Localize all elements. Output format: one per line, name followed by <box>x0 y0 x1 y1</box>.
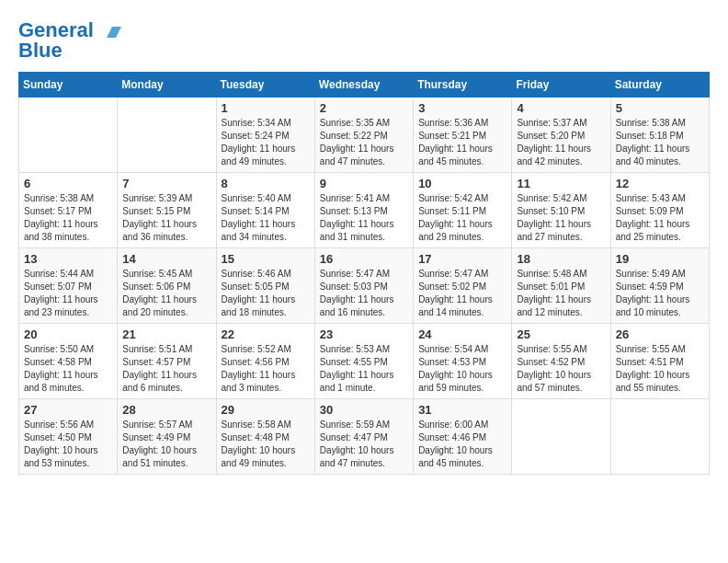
day-number: 27 <box>24 403 112 417</box>
day-info: Sunrise: 5:54 AM Sunset: 4:53 PM Dayligh… <box>418 343 506 395</box>
calendar-cell: 3Sunrise: 5:36 AM Sunset: 5:21 PM Daylig… <box>414 98 512 173</box>
calendar-cell: 7Sunrise: 5:39 AM Sunset: 5:15 PM Daylig… <box>118 173 216 248</box>
calendar-cell: 27Sunrise: 5:56 AM Sunset: 4:50 PM Dayli… <box>19 399 118 475</box>
day-info: Sunrise: 5:52 AM Sunset: 4:56 PM Dayligh… <box>222 343 310 395</box>
weekday-header: Tuesday <box>216 73 314 98</box>
day-number: 19 <box>616 252 704 266</box>
day-number: 28 <box>122 403 210 417</box>
calendar-cell <box>512 399 610 475</box>
day-number: 14 <box>122 252 210 266</box>
weekday-header: Wednesday <box>314 73 413 98</box>
day-number: 13 <box>24 252 112 266</box>
calendar-week-row: 6Sunrise: 5:38 AM Sunset: 5:17 PM Daylig… <box>19 173 710 248</box>
calendar-cell: 14Sunrise: 5:45 AM Sunset: 5:06 PM Dayli… <box>118 248 216 324</box>
day-info: Sunrise: 5:56 AM Sunset: 4:50 PM Dayligh… <box>24 419 112 470</box>
day-number: 15 <box>222 252 310 266</box>
logo-subtext: Blue <box>18 39 63 63</box>
day-info: Sunrise: 5:47 AM Sunset: 5:03 PM Dayligh… <box>320 268 408 319</box>
calendar-cell: 15Sunrise: 5:46 AM Sunset: 5:05 PM Dayli… <box>216 248 314 324</box>
day-info: Sunrise: 5:55 AM Sunset: 4:52 PM Dayligh… <box>517 343 605 395</box>
calendar-cell <box>19 98 118 173</box>
calendar-week-row: 1Sunrise: 5:34 AM Sunset: 5:24 PM Daylig… <box>19 98 710 173</box>
calendar-cell: 5Sunrise: 5:38 AM Sunset: 5:18 PM Daylig… <box>610 98 709 173</box>
calendar-cell: 26Sunrise: 5:55 AM Sunset: 4:51 PM Dayli… <box>610 324 709 399</box>
calendar-cell: 17Sunrise: 5:47 AM Sunset: 5:02 PM Dayli… <box>414 248 512 324</box>
day-number: 5 <box>616 101 704 115</box>
day-number: 10 <box>418 177 506 190</box>
day-info: Sunrise: 5:42 AM Sunset: 5:10 PM Dayligh… <box>517 192 605 244</box>
day-info: Sunrise: 5:34 AM Sunset: 5:24 PM Dayligh… <box>222 117 310 168</box>
day-info: Sunrise: 5:55 AM Sunset: 4:51 PM Dayligh… <box>616 343 704 395</box>
day-info: Sunrise: 5:58 AM Sunset: 4:48 PM Dayligh… <box>222 419 310 470</box>
day-info: Sunrise: 5:50 AM Sunset: 4:58 PM Dayligh… <box>24 343 112 395</box>
day-info: Sunrise: 5:38 AM Sunset: 5:18 PM Dayligh… <box>616 117 704 168</box>
day-info: Sunrise: 5:42 AM Sunset: 5:11 PM Dayligh… <box>418 192 506 244</box>
day-number: 31 <box>418 403 506 417</box>
calendar-cell: 16Sunrise: 5:47 AM Sunset: 5:03 PM Dayli… <box>314 248 413 324</box>
day-number: 7 <box>122 177 210 190</box>
calendar-cell: 21Sunrise: 5:51 AM Sunset: 4:57 PM Dayli… <box>118 324 216 399</box>
calendar-cell: 9Sunrise: 5:41 AM Sunset: 5:13 PM Daylig… <box>314 173 413 248</box>
day-number: 12 <box>616 177 704 190</box>
day-number: 26 <box>616 327 704 341</box>
day-info: Sunrise: 5:35 AM Sunset: 5:22 PM Dayligh… <box>320 117 408 168</box>
calendar-cell: 11Sunrise: 5:42 AM Sunset: 5:10 PM Dayli… <box>512 173 610 248</box>
calendar-cell: 24Sunrise: 5:54 AM Sunset: 4:53 PM Dayli… <box>414 324 512 399</box>
day-number: 18 <box>517 252 605 266</box>
calendar-cell: 10Sunrise: 5:42 AM Sunset: 5:11 PM Dayli… <box>414 173 512 248</box>
day-number: 25 <box>517 327 605 341</box>
day-number: 22 <box>222 327 310 341</box>
calendar-cell: 25Sunrise: 5:55 AM Sunset: 4:52 PM Dayli… <box>512 324 610 399</box>
calendar-cell: 8Sunrise: 5:40 AM Sunset: 5:14 PM Daylig… <box>216 173 314 248</box>
day-info: Sunrise: 5:39 AM Sunset: 5:15 PM Dayligh… <box>122 192 210 244</box>
day-number: 23 <box>320 327 408 341</box>
logo-icon <box>101 21 121 41</box>
calendar-cell: 4Sunrise: 5:37 AM Sunset: 5:20 PM Daylig… <box>512 98 610 173</box>
day-info: Sunrise: 5:47 AM Sunset: 5:02 PM Dayligh… <box>418 268 506 319</box>
day-number: 16 <box>320 252 408 266</box>
day-info: Sunrise: 5:38 AM Sunset: 5:17 PM Dayligh… <box>24 192 112 244</box>
day-number: 21 <box>122 327 210 341</box>
day-number: 20 <box>24 327 112 341</box>
calendar-table: SundayMondayTuesdayWednesdayThursdayFrid… <box>18 72 710 475</box>
calendar-cell: 1Sunrise: 5:34 AM Sunset: 5:24 PM Daylig… <box>216 98 314 173</box>
day-number: 6 <box>24 177 112 190</box>
calendar-week-row: 27Sunrise: 5:56 AM Sunset: 4:50 PM Dayli… <box>19 399 710 475</box>
day-number: 4 <box>517 101 605 115</box>
day-number: 29 <box>222 403 310 417</box>
day-info: Sunrise: 5:53 AM Sunset: 4:55 PM Dayligh… <box>320 343 408 395</box>
calendar-cell: 20Sunrise: 5:50 AM Sunset: 4:58 PM Dayli… <box>19 324 118 399</box>
logo: General Blue <box>18 18 121 63</box>
day-info: Sunrise: 5:46 AM Sunset: 5:05 PM Dayligh… <box>222 268 310 319</box>
calendar-cell: 23Sunrise: 5:53 AM Sunset: 4:55 PM Dayli… <box>314 324 413 399</box>
calendar-cell: 28Sunrise: 5:57 AM Sunset: 4:49 PM Dayli… <box>118 399 216 475</box>
day-info: Sunrise: 5:36 AM Sunset: 5:21 PM Dayligh… <box>418 117 506 168</box>
page-header: General Blue <box>18 18 710 63</box>
day-info: Sunrise: 5:45 AM Sunset: 5:06 PM Dayligh… <box>122 268 210 319</box>
calendar-cell: 29Sunrise: 5:58 AM Sunset: 4:48 PM Dayli… <box>216 399 314 475</box>
day-info: Sunrise: 5:40 AM Sunset: 5:14 PM Dayligh… <box>222 192 310 244</box>
weekday-header-row: SundayMondayTuesdayWednesdayThursdayFrid… <box>19 73 710 98</box>
calendar-week-row: 13Sunrise: 5:44 AM Sunset: 5:07 PM Dayli… <box>19 248 710 324</box>
calendar-week-row: 20Sunrise: 5:50 AM Sunset: 4:58 PM Dayli… <box>19 324 710 399</box>
day-number: 8 <box>222 177 310 190</box>
calendar-cell: 30Sunrise: 5:59 AM Sunset: 4:47 PM Dayli… <box>314 399 413 475</box>
weekday-header: Thursday <box>414 73 512 98</box>
weekday-header: Sunday <box>19 73 118 98</box>
day-number: 9 <box>320 177 408 190</box>
calendar-cell: 12Sunrise: 5:43 AM Sunset: 5:09 PM Dayli… <box>610 173 709 248</box>
calendar-cell <box>610 399 709 475</box>
day-info: Sunrise: 5:41 AM Sunset: 5:13 PM Dayligh… <box>320 192 408 244</box>
weekday-header: Saturday <box>610 73 709 98</box>
calendar-cell: 19Sunrise: 5:49 AM Sunset: 4:59 PM Dayli… <box>610 248 709 324</box>
day-number: 17 <box>418 252 506 266</box>
calendar-cell: 2Sunrise: 5:35 AM Sunset: 5:22 PM Daylig… <box>314 98 413 173</box>
calendar-cell: 18Sunrise: 5:48 AM Sunset: 5:01 PM Dayli… <box>512 248 610 324</box>
day-info: Sunrise: 5:44 AM Sunset: 5:07 PM Dayligh… <box>24 268 112 319</box>
svg-marker-0 <box>107 27 121 38</box>
day-number: 1 <box>222 101 310 115</box>
day-info: Sunrise: 5:59 AM Sunset: 4:47 PM Dayligh… <box>320 419 408 470</box>
day-info: Sunrise: 5:48 AM Sunset: 5:01 PM Dayligh… <box>517 268 605 319</box>
calendar-cell: 22Sunrise: 5:52 AM Sunset: 4:56 PM Dayli… <box>216 324 314 399</box>
day-info: Sunrise: 5:49 AM Sunset: 4:59 PM Dayligh… <box>616 268 704 319</box>
